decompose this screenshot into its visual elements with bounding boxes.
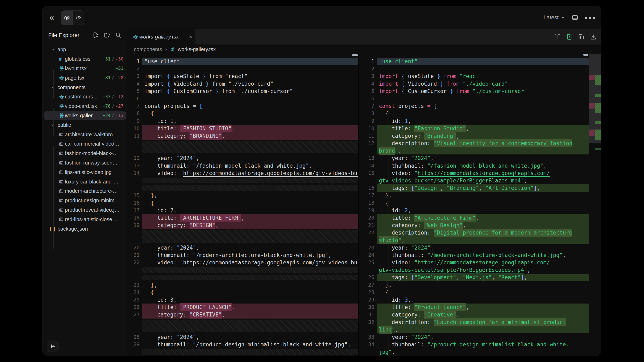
sidebar-item-architecture-walkthro-[interactable]: architecture-walkthro…	[42, 130, 127, 139]
line-number[interactable]: 24	[127, 289, 140, 296]
new-file-icon[interactable]	[92, 32, 99, 38]
line-number[interactable]: 32	[359, 319, 374, 326]
code-line[interactable]: 22 description: "Digital presence for a …	[359, 229, 589, 236]
code-line[interactable]: 24 {	[127, 289, 358, 296]
line-number[interactable]: 21	[359, 222, 374, 229]
line-number[interactable]: 5	[127, 87, 140, 95]
line-number[interactable]: 31	[359, 311, 374, 318]
code-line[interactable]: 17 },	[359, 192, 589, 199]
sidebar-item-globals-css[interactable]: #globals.css+51/-50	[42, 54, 127, 64]
code-line[interactable]: 20 year: "2024",	[127, 244, 358, 251]
sidebar-item-page-tsx[interactable]: page.tsx+81/-28	[42, 73, 127, 83]
line-number[interactable]: 22	[359, 229, 374, 236]
code-line[interactable]: 18 title: "ARCHITECTURE FIRM",	[127, 214, 358, 222]
new-folder-icon[interactable]	[104, 32, 110, 38]
line-number[interactable]: 1	[359, 58, 374, 65]
line-number[interactable]: 24	[359, 251, 374, 259]
line-number[interactable]: 6	[127, 95, 140, 102]
code-line[interactable]: 11 category: "Branding",	[359, 132, 589, 140]
code-line[interactable]: 31 category: "Creative",	[359, 311, 589, 318]
line-number[interactable]: 14	[127, 169, 140, 177]
line-number[interactable]: 1	[127, 58, 140, 65]
line-number[interactable]: 26	[359, 274, 374, 281]
code-line[interactable]: 29 thumbnail: "/product-design-minimalis…	[127, 341, 358, 348]
code-line[interactable]: 6	[127, 95, 358, 102]
code-line[interactable]: studio",	[359, 237, 589, 244]
split-view-icon[interactable]	[554, 33, 561, 40]
line-number[interactable]: 9	[359, 117, 374, 125]
line-number[interactable]: 16	[127, 199, 140, 207]
code-line[interactable]: 8 {	[127, 110, 358, 117]
chevron-down-icon[interactable]	[51, 85, 55, 90]
line-number[interactable]: 10	[127, 125, 140, 132]
line-number[interactable]: 19	[359, 207, 374, 214]
diff-file-icon[interactable]	[566, 33, 573, 40]
code-line[interactable]: 15 },	[127, 192, 358, 199]
collapse-sidebar-button[interactable]	[47, 341, 58, 352]
line-number[interactable]: 2	[127, 65, 140, 72]
code-line[interactable]: 25 id: 3,	[127, 296, 358, 304]
sidebar-folder-app[interactable]: app	[42, 45, 127, 54]
chevron-down-icon[interactable]	[51, 123, 55, 127]
preview-toggle-button[interactable]	[61, 11, 72, 25]
code-line[interactable]: 26 title: "PRODUCT LAUNCH",	[127, 304, 358, 311]
code-line[interactable]: 26 tags: ["Development", "Next.js", "Rea…	[359, 274, 589, 281]
code-line[interactable]: 6	[359, 95, 589, 102]
chevron-down-icon[interactable]	[51, 47, 55, 52]
line-number[interactable]: 25	[127, 296, 140, 304]
sidebar-item-luxury-car-black-and-[interactable]: luxury-car-black-and-…	[42, 177, 127, 186]
line-number[interactable]: 6	[359, 95, 374, 102]
line-number[interactable]: 29	[127, 341, 140, 348]
line-number[interactable]: 13	[359, 154, 374, 162]
line-number[interactable]: 27	[359, 281, 374, 289]
line-number[interactable]: 13	[127, 162, 140, 169]
code-line[interactable]: 11 category: "BRANDING",	[127, 132, 358, 140]
line-number[interactable]: 15	[359, 169, 374, 177]
line-number[interactable]: 4	[359, 80, 374, 87]
code-line[interactable]: 8 {	[359, 110, 589, 117]
line-number[interactable]: 19	[127, 222, 140, 229]
line-number[interactable]: 7	[127, 102, 140, 110]
panel-collapse-icon[interactable]: «	[50, 6, 54, 29]
sidebar-item-lips-artistic-video-jpg[interactable]: lips-artistic-video.jpg	[42, 167, 127, 177]
breadcrumb-parent[interactable]: components	[134, 46, 162, 52]
sidebar-item-red-lips-artistic-close-[interactable]: red-lips-artistic-close…	[42, 215, 127, 224]
line-number[interactable]: 10	[359, 125, 374, 132]
code-line[interactable]: 33 year: "2024",	[359, 333, 589, 341]
sidebar-folder-public[interactable]: public	[42, 120, 127, 130]
line-number[interactable]: 25	[359, 259, 374, 266]
code-line[interactable]: 1"use client"	[359, 58, 589, 65]
sidebar-folder-components[interactable]: components	[42, 83, 127, 92]
scrollbar-thumb-right[interactable]	[583, 54, 588, 56]
sidebar-item-package-json[interactable]: { }package.json	[42, 224, 127, 234]
diff-overview-ruler[interactable]	[589, 54, 601, 356]
code-line[interactable]: 17 id: 2,	[127, 207, 358, 214]
line-number[interactable]: 5	[359, 87, 374, 95]
line-number[interactable]: 29	[359, 296, 374, 304]
line-number[interactable]: 4	[127, 80, 140, 87]
code-line[interactable]: 5import { CustomCursor } from "./custom-…	[359, 87, 589, 95]
code-line[interactable]: 2	[127, 65, 358, 72]
sidebar-item-layout-tsx[interactable]: layout.tsx+51	[42, 64, 127, 73]
code-line[interactable]: 19 category: "DESIGN",	[127, 222, 358, 229]
code-line[interactable]: 7const projects = [	[127, 102, 358, 110]
code-line[interactable]: 9 id: 1,	[127, 117, 358, 125]
sidebar-item-product-reveal-video-j-[interactable]: product-reveal-video.j…	[42, 205, 127, 215]
sidebar-item-custom-curs-[interactable]: custom-curs…+33/-12	[42, 92, 127, 101]
line-number[interactable]: 12	[127, 154, 140, 162]
code-line[interactable]: 34 thumbnail: "/product-design-minimalis…	[359, 341, 589, 348]
line-number[interactable]: 8	[359, 110, 374, 117]
diff-pane-new[interactable]: 1"use client"23import { useState } from …	[359, 54, 589, 356]
code-line[interactable]: jpg",	[359, 348, 589, 356]
line-number[interactable]: 21	[127, 251, 140, 259]
line-number[interactable]: 9	[127, 117, 140, 125]
code-line[interactable]: 27 },	[359, 281, 589, 289]
line-number[interactable]: 11	[127, 132, 140, 140]
tab-works-gallery[interactable]: works-gallery.tsx ×	[127, 29, 195, 44]
code-line[interactable]: 32 description: "Launch campaign for a m…	[359, 319, 589, 326]
sidebar-item-product-design-minim-[interactable]: product-design-minim…	[42, 196, 127, 205]
line-number[interactable]: 7	[359, 102, 374, 110]
more-options-icon[interactable]: ●●●	[585, 15, 597, 20]
code-line[interactable]: 5import { CustomCursor } from "./custom-…	[127, 87, 358, 95]
sidebar-item-car-commercial-video-[interactable]: car-commercial-video…	[42, 139, 127, 149]
